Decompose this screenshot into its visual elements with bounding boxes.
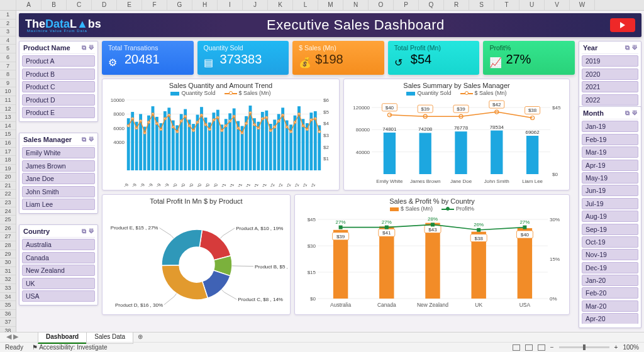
slicer-month-item[interactable]: Dec-19 [582,262,638,273]
zoom-level[interactable]: 100% [623,344,639,351]
clear-filter-icon[interactable]: ⟱ [632,44,637,52]
clear-filter-icon[interactable]: ⟱ [632,109,637,117]
multiselect-icon[interactable]: ⧉ [625,109,630,117]
slicer-month-item[interactable]: Apr-20 [582,313,638,324]
slicer-title: Year [583,44,597,52]
slicer-product-item[interactable]: Product B [22,69,95,80]
slicer-manager[interactable]: Sales Manager⧉⟱ Emily WhiteJames BrownJa… [19,133,98,214]
svg-text:Mar-22: Mar-22 [274,183,283,187]
chart-title: Sales Quantity and Amount Trend [106,82,335,89]
svg-line-176 [236,266,253,267]
slicer-country-item[interactable]: New Zealand [22,265,95,276]
chart-trend: Sales Quantity and Amount Trend Quantity… [102,79,340,190]
view-normal-icon[interactable] [513,344,520,351]
slicer-country-item[interactable]: Canada [22,252,95,263]
slicer-month-item[interactable]: Jan-20 [582,275,638,286]
slicer-product-item[interactable]: Product C [22,81,95,92]
slicer-month-item[interactable]: Mar-19 [582,146,638,158]
multiselect-icon[interactable]: ⧉ [82,136,86,143]
kpi-row: Total Transations ⚙ 20481Quantity Sold ▤… [102,41,575,75]
clear-filter-icon[interactable]: ⟱ [89,44,94,52]
svg-text:$41: $41 [382,230,391,236]
svg-text:8000: 8000 [113,111,125,117]
svg-text:Jul-21: Jul-21 [243,183,251,187]
slicer-manager-item[interactable]: John Smith [22,186,95,197]
youtube-button[interactable] [610,18,635,32]
zoom-slider[interactable] [559,346,609,348]
svg-text:$2: $2 [323,145,329,150]
slicer-country-item[interactable]: USA [22,290,95,302]
svg-line-173 [223,228,235,236]
slicer-month[interactable]: Month⧉⟱ Jan-19Feb-19Mar-19Apr-19May-19Ju… [579,106,641,328]
chart-title: Sales Summary by Sales Manager [348,82,565,89]
slicer-product-item[interactable]: Product E [22,107,95,118]
slicer-month-item[interactable]: Jan-19 [582,121,638,132]
slicer-month-item[interactable]: Apr-19 [582,160,638,171]
slicer-product-item[interactable]: Product A [22,55,95,67]
slicer-month-item[interactable]: Jul-19 [582,198,638,209]
slicer-year-item[interactable]: 2022 [582,94,638,106]
slicer-title: Product Name [23,44,70,52]
slicer-year-item[interactable]: 2019 [582,55,638,67]
svg-text:40000: 40000 [356,150,370,155]
svg-text:$0: $0 [552,172,558,177]
svg-text:$0: $0 [310,296,316,302]
slicer-month-item[interactable]: Aug-19 [582,211,638,222]
zoom-out-button[interactable]: − [550,344,554,351]
svg-text:4000: 4000 [113,140,125,145]
multiselect-icon[interactable]: ⧉ [82,228,86,235]
svg-text:74208: 74208 [418,126,433,132]
slicer-month-item[interactable]: Nov-19 [582,249,638,260]
slicer-year-item[interactable]: 2020 [582,69,638,80]
svg-text:Canada: Canada [377,302,396,308]
svg-rect-201 [379,226,394,299]
column-headers: ABCDEFGHIJKLMNOPQRSTUVW [0,0,644,11]
svg-text:Jan-22: Jan-22 [267,183,275,187]
clear-filter-icon[interactable]: ⟱ [89,136,94,143]
kpi-card: Total Profit (Mn) ↺ $54 [388,41,480,75]
svg-line-182 [164,297,174,305]
slicer-month-item[interactable]: Feb-20 [582,287,638,299]
svg-rect-144 [419,133,431,174]
svg-text:Mar-21: Mar-21 [226,183,235,187]
svg-text:Sep-21: Sep-21 [250,183,260,187]
slicer-manager-item[interactable]: Liam Lee [22,199,95,210]
clear-filter-icon[interactable]: ⟱ [89,228,94,235]
slicer-month-item[interactable]: Jun-19 [582,185,638,196]
svg-rect-146 [455,131,467,174]
svg-line-179 [225,292,237,299]
slicer-month-item[interactable]: Mar-20 [582,300,638,312]
multiselect-icon[interactable]: ⧉ [625,44,630,52]
svg-text:30%: 30% [550,217,560,223]
svg-text:Nov-21: Nov-21 [258,183,267,187]
slicer-month-item[interactable]: Sep-19 [582,224,638,235]
multiselect-icon[interactable]: ⧉ [82,44,86,52]
kpi-value: $198 [315,52,378,67]
chart-legend: Quantity Sold $ Sales (Mn) [106,90,335,96]
svg-text:$30: $30 [308,243,316,249]
svg-text:$39: $39 [336,234,345,239]
slicer-month-item[interactable]: Feb-19 [582,134,638,145]
slicer-country-item[interactable]: Australia [22,239,95,250]
svg-text:$4: $4 [323,121,329,126]
slicer-country[interactable]: Country⧉⟱ AustraliaCanadaNew ZealandUKUS… [19,224,98,305]
slicer-year-item[interactable]: 2021 [582,81,638,92]
slicer-product[interactable]: Product Name⧉⟱ Product AProduct BProduct… [19,41,98,122]
slicer-manager-item[interactable]: James Brown [22,160,95,172]
svg-text:Nov-22: Nov-22 [307,183,316,187]
svg-text:Product A, $10 , 19%: Product A, $10 , 19% [236,226,283,231]
view-pagebreak-icon[interactable] [538,344,545,351]
chart-title: Total Profit In Mn $ by Product [106,197,286,205]
slicer-country-item[interactable]: UK [22,278,95,289]
slicer-product-item[interactable]: Product D [22,94,95,106]
slicer-year[interactable]: Year⧉⟱ 2019202020212022 [579,41,641,109]
svg-text:$45: $45 [552,105,561,111]
slicer-manager-item[interactable]: Jane Doe [22,173,95,184]
status-accessibility[interactable]: ⚑ Accessibility: Investigate [32,344,108,351]
slicer-month-item[interactable]: Oct-19 [582,236,638,248]
svg-rect-204 [425,223,440,299]
slicer-manager-item[interactable]: Emily White [22,147,95,158]
zoom-in-button[interactable]: + [614,344,618,351]
slicer-month-item[interactable]: May-19 [582,172,638,184]
view-layout-icon[interactable] [525,344,533,351]
